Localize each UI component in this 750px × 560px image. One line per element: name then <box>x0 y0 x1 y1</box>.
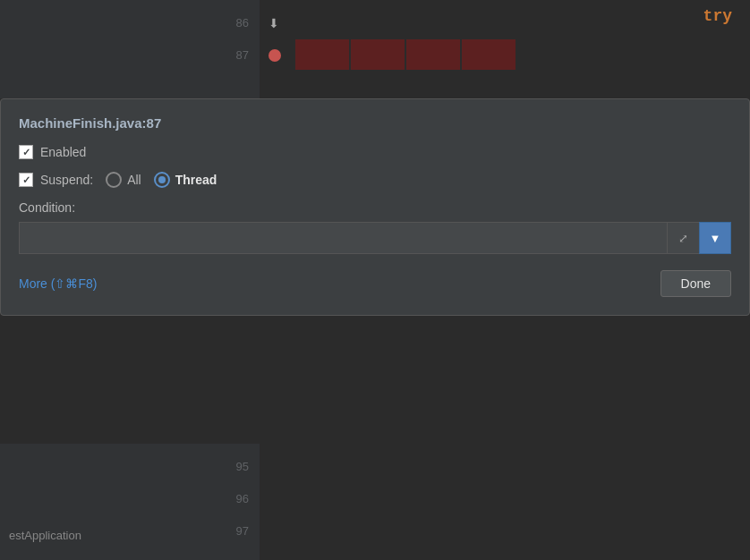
breakpoint-popup: MachineFinish.java:87 Enabled Suspend: A… <box>0 98 750 316</box>
code-row-95 <box>260 444 750 476</box>
dropdown-button[interactable]: ▼ <box>699 222 731 254</box>
line-number-87: 87 <box>236 39 249 72</box>
condition-input-row: ⤢ ▼ <box>19 222 731 254</box>
dropdown-icon: ▼ <box>710 232 721 245</box>
code-line-86: ⬇ <box>260 7 750 39</box>
line-number-96: 96 <box>236 483 249 515</box>
code-area-bottom: 95 96 97 <box>0 444 750 560</box>
suspend-checkbox-wrapper[interactable]: Suspend: <box>19 173 93 187</box>
radio-thread-option[interactable]: Thread <box>154 172 217 188</box>
suspend-checkbox[interactable] <box>19 173 33 187</box>
done-button[interactable]: Done <box>661 270 731 297</box>
line-number-95: 95 <box>236 451 249 483</box>
popup-title: MachineFinish.java:87 <box>19 115 731 131</box>
enabled-checkbox[interactable] <box>19 145 33 159</box>
code-area-top: 86 87 ⬇ try <box>0 0 750 98</box>
line-number-86: 86 <box>236 7 249 39</box>
line-numbers-top: 86 87 <box>0 0 260 98</box>
pin-icon: ⬇ <box>268 16 279 30</box>
line-numbers-bottom: 95 96 97 <box>0 444 260 560</box>
enabled-label: Enabled <box>40 145 86 159</box>
radio-thread-label: Thread <box>175 173 217 187</box>
more-link[interactable]: More (⇧⌘F8) <box>19 276 97 291</box>
try-keyword: try <box>703 7 732 25</box>
suspend-label: Suspend: <box>40 173 93 187</box>
condition-label: Condition: <box>19 200 731 215</box>
enabled-row[interactable]: Enabled <box>19 145 731 159</box>
expand-button[interactable]: ⤢ <box>667 222 699 254</box>
radio-all-option[interactable]: All <box>106 172 141 188</box>
enabled-checkbox-wrapper[interactable]: Enabled <box>19 145 86 159</box>
code-row-97 <box>260 508 750 540</box>
popup-footer: More (⇧⌘F8) Done <box>19 270 731 297</box>
suspend-row[interactable]: Suspend: All Thread <box>19 172 731 188</box>
radio-all-label: All <box>127 173 141 187</box>
radio-all-circle[interactable] <box>106 172 122 188</box>
code-content-top: ⬇ <box>260 0 750 98</box>
sidebar-label: estApplication <box>9 529 81 542</box>
code-row-96 <box>260 476 750 508</box>
suspend-radio-group: All Thread <box>106 172 217 188</box>
line-number-97: 97 <box>236 515 249 547</box>
expand-icon: ⤢ <box>678 232 688 245</box>
code-content-bottom <box>260 444 750 560</box>
breakpoint-dot <box>268 49 281 62</box>
radio-thread-circle[interactable] <box>154 172 170 188</box>
condition-input[interactable] <box>19 222 667 254</box>
